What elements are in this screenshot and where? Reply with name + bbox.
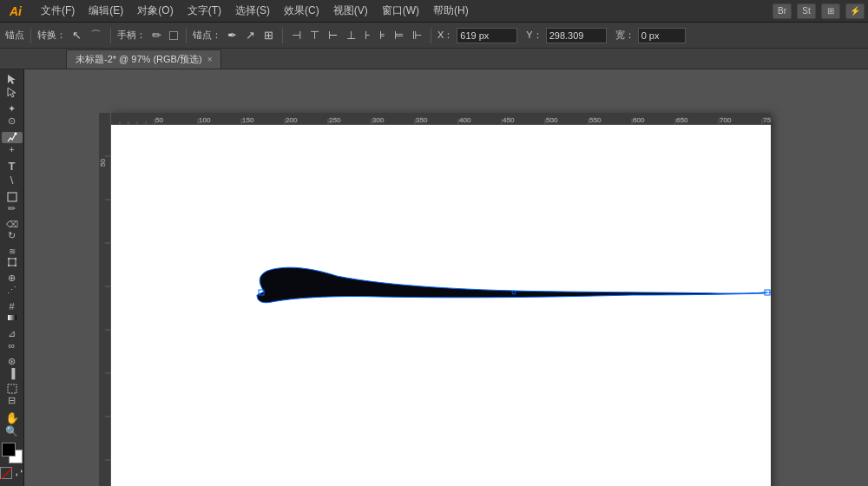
anchor-point-label: 锚点： bbox=[193, 29, 221, 42]
blend-tool-button[interactable]: ∞ bbox=[2, 340, 23, 351]
w-value-input[interactable] bbox=[638, 28, 686, 43]
br-icon[interactable]: Br bbox=[773, 3, 792, 19]
options-bar: 锚点 转换： ↖ ⌒ 手柄： ✏ 锚点： ✒ ↗ ⊞ ⊣ ⊤ ⊢ ⊥ ⊦ ⊧ ⊨… bbox=[0, 23, 868, 49]
svg-text:750: 750 bbox=[763, 116, 771, 124]
pen-tool-button[interactable] bbox=[2, 132, 23, 143]
y-value-input[interactable] bbox=[546, 28, 607, 43]
lasso-tool-button[interactable]: ⊙ bbox=[2, 115, 23, 127]
mesh-tool-button[interactable]: # bbox=[2, 301, 23, 312]
foreground-background-swatches[interactable] bbox=[2, 443, 23, 463]
x-value-input[interactable] bbox=[457, 28, 517, 43]
svg-rect-4 bbox=[9, 259, 16, 266]
rect-tool-button[interactable] bbox=[2, 192, 23, 202]
shape-group bbox=[257, 267, 771, 303]
slice-tool-button[interactable]: ⊟ bbox=[2, 395, 23, 406]
canvas-area[interactable]: 50 100 150 200 250 300 350 400 450 500 5… bbox=[24, 69, 868, 486]
graph-tool-button[interactable]: ▐ bbox=[2, 368, 23, 378]
svg-text:350: 350 bbox=[416, 116, 428, 124]
align-bottom-icon[interactable]: ⊧ bbox=[377, 27, 388, 43]
warp-tool-button[interactable]: ≋ bbox=[2, 246, 23, 256]
distribute-v-icon[interactable]: ⊩ bbox=[410, 27, 424, 43]
ruler-horizontal: 50 100 150 200 250 300 350 400 450 500 5… bbox=[111, 113, 771, 125]
svg-text:50: 50 bbox=[155, 116, 163, 124]
perspective-button[interactable]: ⋰ bbox=[2, 285, 23, 296]
anchor-corner2-icon[interactable]: ⊞ bbox=[261, 27, 276, 43]
st-icon[interactable]: St bbox=[797, 3, 816, 19]
distribute-h-icon[interactable]: ⊨ bbox=[391, 27, 406, 43]
title-right-icons: Br St ⊞ ⚡ bbox=[773, 3, 865, 19]
type-tool-button[interactable]: T bbox=[2, 160, 23, 173]
align-center-icon[interactable]: ⊤ bbox=[307, 27, 322, 43]
menu-object[interactable]: 对象(O) bbox=[131, 2, 179, 20]
artboard-tool-button[interactable] bbox=[2, 384, 23, 394]
anchor-point-tool-icon[interactable]: ✒ bbox=[225, 27, 240, 43]
svg-text:100: 100 bbox=[199, 116, 211, 124]
anchor-corner-icon[interactable]: ↖ bbox=[69, 27, 84, 43]
menu-help[interactable]: 帮助(H) bbox=[427, 2, 475, 20]
pencil-tool-button[interactable]: ✏ bbox=[2, 203, 23, 214]
menu-file[interactable]: 文件(F) bbox=[35, 2, 81, 20]
tab-label: 未标题-2* @ 97% (RGB/预选) bbox=[76, 53, 202, 66]
foreground-color-swatch[interactable] bbox=[2, 443, 16, 456]
canvas-svg bbox=[111, 113, 771, 486]
menu-type[interactable]: 文字(T) bbox=[181, 2, 227, 20]
free-transform-button[interactable] bbox=[2, 257, 23, 267]
menu-view[interactable]: 视图(V) bbox=[327, 2, 374, 20]
align-left-icon[interactable]: ⊣ bbox=[289, 27, 304, 43]
app-logo: Ai bbox=[3, 4, 28, 18]
separator-3 bbox=[186, 28, 187, 43]
separator-5 bbox=[431, 28, 431, 43]
svg-text:650: 650 bbox=[676, 116, 688, 124]
select-tool-button[interactable] bbox=[2, 73, 23, 85]
svg-point-2 bbox=[15, 133, 17, 135]
workspace-icon[interactable]: ⊞ bbox=[821, 3, 840, 19]
hand-tool-button[interactable]: ✋ bbox=[2, 411, 23, 424]
left-toolbar: ✦ ⊙ + T \ ✏ ⌫ ↻ ≋ bbox=[0, 69, 24, 486]
direct-select-tool-button[interactable] bbox=[2, 86, 23, 98]
separator-2 bbox=[110, 28, 111, 43]
tab-close-button[interactable]: × bbox=[207, 55, 213, 64]
gradient-tool-button[interactable] bbox=[2, 312, 23, 323]
search-icon[interactable]: ⚡ bbox=[845, 3, 865, 19]
svg-rect-10 bbox=[8, 384, 16, 393]
none-swatch[interactable] bbox=[0, 467, 12, 479]
handle-icon[interactable]: ✏ bbox=[149, 27, 164, 43]
rotate-tool-button[interactable]: ↻ bbox=[2, 230, 23, 241]
anchor-smooth-icon[interactable]: ⌒ bbox=[88, 26, 104, 45]
shape-builder-button[interactable]: ⊕ bbox=[2, 273, 23, 284]
svg-text:500: 500 bbox=[546, 116, 558, 124]
separator-4 bbox=[282, 28, 283, 43]
svg-rect-9 bbox=[8, 315, 16, 320]
ruler-vertical: 50 bbox=[99, 113, 111, 486]
add-anchor-button[interactable]: + bbox=[2, 144, 23, 154]
main-layout: ✦ ⊙ + T \ ✏ ⌫ ↻ ≋ bbox=[0, 69, 868, 486]
svg-rect-5 bbox=[8, 258, 10, 259]
menu-window[interactable]: 窗口(W) bbox=[376, 2, 425, 20]
svg-text:200: 200 bbox=[286, 116, 298, 124]
align-top-icon[interactable]: ⊥ bbox=[344, 27, 358, 43]
menu-effect[interactable]: 效果(C) bbox=[278, 2, 326, 20]
document-tab[interactable]: 未标题-2* @ 97% (RGB/预选) × bbox=[66, 49, 221, 69]
zoom-tool-button[interactable]: 🔍 bbox=[2, 425, 23, 437]
svg-text:450: 450 bbox=[503, 116, 515, 124]
line-tool-button[interactable]: \ bbox=[2, 174, 23, 187]
eraser-tool-button[interactable]: ⌫ bbox=[2, 220, 23, 229]
magic-wand-button[interactable]: ✦ bbox=[2, 103, 23, 115]
align-right-icon[interactable]: ⊢ bbox=[326, 27, 340, 43]
svg-text:50: 50 bbox=[99, 159, 107, 167]
svg-text:700: 700 bbox=[720, 116, 732, 124]
eyedropper-button[interactable]: ⊿ bbox=[2, 328, 23, 339]
swap-colors-icon[interactable] bbox=[14, 468, 24, 478]
symbol-tool-button[interactable]: ⊛ bbox=[2, 356, 23, 367]
fill-swatch[interactable] bbox=[169, 31, 178, 40]
y-label: Y： bbox=[526, 29, 542, 42]
align-middle-icon[interactable]: ⊦ bbox=[362, 27, 373, 43]
artboard[interactable] bbox=[111, 113, 771, 486]
svg-text:550: 550 bbox=[589, 116, 602, 124]
menu-select[interactable]: 选择(S) bbox=[229, 2, 276, 20]
anchor-label: 锚点 bbox=[5, 29, 24, 42]
title-bar: Ai 文件(F) 编辑(E) 对象(O) 文字(T) 选择(S) 效果(C) 视… bbox=[0, 0, 868, 23]
menu-edit[interactable]: 编辑(E) bbox=[82, 2, 129, 20]
anchor-smooth2-icon[interactable]: ↗ bbox=[243, 27, 258, 43]
transform-label: 转换： bbox=[37, 29, 66, 42]
